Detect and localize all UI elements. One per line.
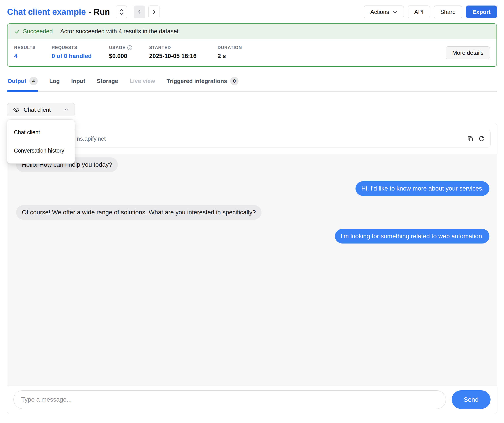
chevron-up-down-icon xyxy=(119,8,124,16)
iframe-url-text: ns.apify.net xyxy=(19,135,467,142)
chevron-up-icon xyxy=(64,107,69,112)
header-actions: Actions API Share Export xyxy=(364,6,497,18)
tab-input-label: Input xyxy=(71,78,85,85)
dropdown-item-conversation-history[interactable]: Conversation history xyxy=(7,141,75,160)
view-selector-button[interactable]: Chat client xyxy=(7,103,75,116)
refresh-button[interactable] xyxy=(478,135,485,142)
tab-storage-label: Storage xyxy=(97,78,118,85)
chat-bubble: Of course! We offer a wide range of solu… xyxy=(16,205,262,220)
chat-message-user: Hi, I'd like to know more about your ser… xyxy=(16,181,489,196)
page-title-run-suffix: - Run xyxy=(89,7,110,17)
check-icon xyxy=(14,29,20,35)
chat-card-header: ns.apify.net xyxy=(7,123,497,154)
usage-info-icon[interactable] xyxy=(127,45,132,50)
chat-client-card: ns.apify.net xyxy=(7,123,497,414)
chevron-left-icon xyxy=(137,10,142,14)
copy-icon xyxy=(467,135,474,142)
page-header: Chat client example - Run xyxy=(7,5,497,18)
status-text: Succeeded xyxy=(23,28,53,35)
tab-triggered-integrations-badge: 0 xyxy=(230,77,239,85)
view-selector-label: Chat client xyxy=(24,106,60,113)
tab-triggered-integrations[interactable]: Triggered integrations 0 xyxy=(166,76,239,91)
tab-storage[interactable]: Storage xyxy=(96,76,119,91)
chevron-down-icon xyxy=(393,10,397,14)
tab-output[interactable]: Output 4 xyxy=(7,76,38,91)
stat-requests: REQUESTS 0 of 0 handled xyxy=(52,45,109,60)
copy-url-button[interactable] xyxy=(467,135,474,142)
share-button[interactable]: Share xyxy=(434,6,462,18)
message-input[interactable] xyxy=(13,390,446,409)
tab-log[interactable]: Log xyxy=(49,76,60,91)
tab-live-view-label: Live view xyxy=(130,78,155,85)
chevron-right-icon xyxy=(152,10,156,14)
stat-requests-value[interactable]: 0 of 0 handled xyxy=(52,53,109,60)
stat-usage-label: USAGE xyxy=(109,45,149,50)
iframe-url-bar[interactable]: ns.apify.net xyxy=(13,130,491,147)
actions-button-label: Actions xyxy=(370,9,389,15)
chat-footer: Send xyxy=(7,385,497,414)
stat-results-label: RESULTS xyxy=(14,45,52,50)
api-button-label: API xyxy=(414,9,423,15)
dropdown-item-chat-client[interactable]: Chat client xyxy=(7,123,75,141)
stat-results-value[interactable]: 4 xyxy=(14,53,52,60)
share-button-label: Share xyxy=(440,9,456,15)
run-tabs: Output 4 Log Input Storage Live view Tri… xyxy=(7,76,497,92)
chat-message-list: Hello! How can I help you today? Hi, I'd… xyxy=(7,154,497,385)
tab-triggered-integrations-label: Triggered integrations xyxy=(167,78,227,85)
eye-icon xyxy=(13,106,20,113)
status-message: Actor succeeded with 4 results in the da… xyxy=(60,28,179,35)
status-label: Succeeded xyxy=(14,28,53,35)
stats-row: RESULTS 4 REQUESTS 0 of 0 handled USAGE … xyxy=(7,39,497,66)
stat-usage: USAGE $0.000 xyxy=(109,45,149,60)
more-details-button[interactable]: More details xyxy=(446,46,490,59)
stat-started-value: 2025-10-05 18:16 xyxy=(149,53,218,60)
tab-log-label: Log xyxy=(49,78,60,85)
previous-run-button[interactable] xyxy=(134,6,145,18)
stat-results: RESULTS 4 xyxy=(14,45,52,60)
api-button[interactable]: API xyxy=(408,6,430,18)
send-button[interactable]: Send xyxy=(452,390,491,409)
stat-duration: DURATION 2 s xyxy=(218,45,242,60)
actions-button[interactable]: Actions xyxy=(364,6,404,18)
refresh-icon xyxy=(478,135,485,142)
url-bar-actions xyxy=(467,135,485,142)
stat-requests-label: REQUESTS xyxy=(52,45,109,50)
more-details-label: More details xyxy=(452,49,483,56)
stat-duration-label: DURATION xyxy=(218,45,242,50)
chat-message-bot: Hello! How can I help you today? xyxy=(16,157,489,172)
chat-bubble: I'm looking for something related to web… xyxy=(335,229,489,243)
stat-started: STARTED 2025-10-05 18:16 xyxy=(149,45,218,60)
tab-live-view: Live view xyxy=(129,76,156,91)
page-title[interactable]: Chat client example xyxy=(7,7,86,17)
stat-duration-value: 2 s xyxy=(218,53,242,60)
export-button[interactable]: Export xyxy=(466,6,497,18)
tab-input[interactable]: Input xyxy=(71,76,86,91)
run-page: Chat client example - Run xyxy=(0,5,504,423)
export-button-label: Export xyxy=(473,9,491,15)
run-selector-button[interactable] xyxy=(116,6,127,18)
tab-output-label: Output xyxy=(7,78,26,85)
view-selector-dropdown: Chat client Conversation history xyxy=(7,120,75,163)
tab-output-badge: 4 xyxy=(29,77,38,85)
chat-message-bot: Of course! We offer a wide range of solu… xyxy=(16,205,489,220)
stat-usage-label-text: USAGE xyxy=(109,45,126,50)
chat-bubble: Hi, I'd like to know more about your ser… xyxy=(355,181,489,196)
status-banner: Succeeded Actor succeeded with 4 results… xyxy=(7,24,497,39)
chat-message-user: I'm looking for something related to web… xyxy=(16,229,489,243)
run-status-box: Succeeded Actor succeeded with 4 results… xyxy=(7,23,497,67)
stat-usage-value: $0.000 xyxy=(109,53,149,60)
next-run-button[interactable] xyxy=(148,6,160,18)
stat-started-label: STARTED xyxy=(149,45,218,50)
output-view-selector: Chat client Chat client Conversation his… xyxy=(7,103,75,116)
